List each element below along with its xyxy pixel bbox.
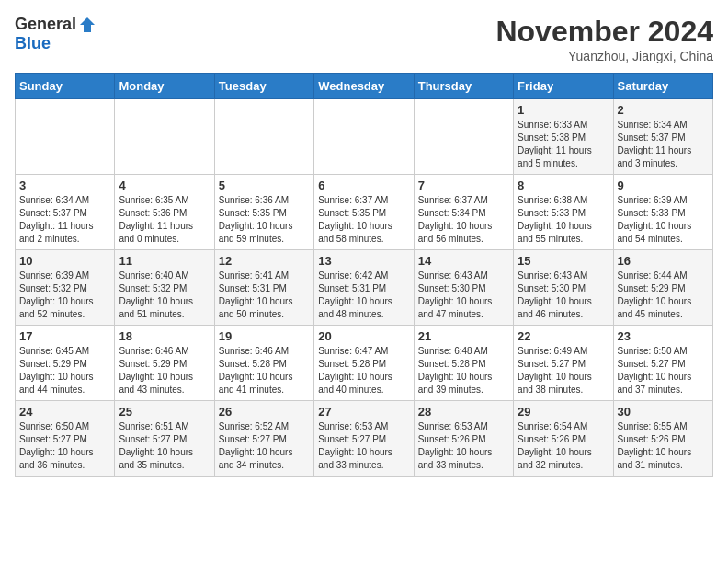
weekday-header: Saturday (613, 74, 712, 99)
day-info: Sunrise: 6:50 AM Sunset: 5:27 PM Dayligh… (618, 345, 709, 396)
day-number: 10 (19, 254, 110, 268)
day-info: Sunrise: 6:48 AM Sunset: 5:28 PM Dayligh… (418, 345, 509, 396)
day-number: 17 (19, 329, 110, 343)
weekday-header: Sunday (16, 74, 115, 99)
day-number: 16 (618, 254, 709, 268)
day-info: Sunrise: 6:55 AM Sunset: 5:26 PM Dayligh… (618, 420, 709, 472)
location-text: Yuanzhou, Jiangxi, China (495, 49, 713, 63)
day-info: Sunrise: 6:52 AM Sunset: 5:27 PM Dayligh… (219, 420, 310, 472)
calendar-cell: 7Sunrise: 6:37 AM Sunset: 5:34 PM Daylig… (414, 175, 513, 250)
calendar-week-row: 3Sunrise: 6:34 AM Sunset: 5:37 PM Daylig… (16, 175, 713, 250)
calendar-cell (314, 99, 414, 175)
day-number: 15 (518, 254, 609, 268)
day-info: Sunrise: 6:53 AM Sunset: 5:26 PM Dayligh… (418, 420, 509, 472)
day-info: Sunrise: 6:41 AM Sunset: 5:31 PM Dayligh… (219, 270, 310, 321)
calendar-cell: 23Sunrise: 6:50 AM Sunset: 5:27 PM Dayli… (613, 326, 712, 401)
day-number: 5 (219, 178, 310, 192)
calendar-week-row: 24Sunrise: 6:50 AM Sunset: 5:27 PM Dayli… (16, 401, 713, 477)
calendar-week-row: 1Sunrise: 6:33 AM Sunset: 5:38 PM Daylig… (16, 99, 713, 175)
day-number: 23 (618, 329, 709, 343)
calendar-cell: 13Sunrise: 6:42 AM Sunset: 5:31 PM Dayli… (314, 250, 414, 326)
calendar-cell: 29Sunrise: 6:54 AM Sunset: 5:26 PM Dayli… (514, 401, 613, 477)
day-info: Sunrise: 6:47 AM Sunset: 5:28 PM Dayligh… (318, 345, 409, 396)
calendar-cell: 1Sunrise: 6:33 AM Sunset: 5:38 PM Daylig… (514, 99, 613, 175)
day-number: 29 (518, 405, 609, 419)
calendar-cell: 27Sunrise: 6:53 AM Sunset: 5:27 PM Dayli… (314, 401, 414, 477)
month-title: November 2024 (495, 15, 713, 49)
logo-icon (78, 16, 97, 34)
calendar-cell: 10Sunrise: 6:39 AM Sunset: 5:32 PM Dayli… (16, 250, 115, 326)
day-info: Sunrise: 6:50 AM Sunset: 5:27 PM Dayligh… (19, 420, 110, 472)
day-number: 25 (119, 405, 210, 419)
calendar-cell: 15Sunrise: 6:43 AM Sunset: 5:30 PM Dayli… (514, 250, 613, 326)
day-info: Sunrise: 6:39 AM Sunset: 5:32 PM Dayligh… (19, 270, 110, 321)
day-info: Sunrise: 6:49 AM Sunset: 5:27 PM Dayligh… (518, 345, 609, 396)
calendar-cell: 6Sunrise: 6:37 AM Sunset: 5:35 PM Daylig… (314, 175, 414, 250)
day-number: 26 (219, 405, 310, 419)
day-info: Sunrise: 6:40 AM Sunset: 5:32 PM Dayligh… (119, 270, 210, 321)
day-number: 6 (318, 178, 409, 192)
calendar-cell: 11Sunrise: 6:40 AM Sunset: 5:32 PM Dayli… (115, 250, 214, 326)
weekday-header: Friday (514, 74, 613, 99)
calendar-cell: 25Sunrise: 6:51 AM Sunset: 5:27 PM Dayli… (115, 401, 214, 477)
day-number: 4 (119, 178, 210, 192)
day-number: 2 (618, 103, 709, 117)
calendar-cell: 16Sunrise: 6:44 AM Sunset: 5:29 PM Dayli… (613, 250, 712, 326)
day-number: 22 (518, 329, 609, 343)
day-info: Sunrise: 6:37 AM Sunset: 5:34 PM Dayligh… (418, 194, 509, 246)
day-number: 9 (618, 178, 709, 192)
calendar-week-row: 17Sunrise: 6:45 AM Sunset: 5:29 PM Dayli… (16, 326, 713, 401)
day-info: Sunrise: 6:45 AM Sunset: 5:29 PM Dayligh… (19, 345, 110, 396)
day-info: Sunrise: 6:37 AM Sunset: 5:35 PM Dayligh… (318, 194, 409, 246)
day-info: Sunrise: 6:54 AM Sunset: 5:26 PM Dayligh… (518, 420, 609, 472)
day-number: 30 (618, 405, 709, 419)
calendar-cell: 4Sunrise: 6:35 AM Sunset: 5:36 PM Daylig… (115, 175, 214, 250)
day-info: Sunrise: 6:38 AM Sunset: 5:33 PM Dayligh… (518, 194, 609, 246)
day-number: 21 (418, 329, 509, 343)
day-info: Sunrise: 6:43 AM Sunset: 5:30 PM Dayligh… (518, 270, 609, 321)
svg-marker-0 (80, 17, 95, 32)
calendar-cell: 14Sunrise: 6:43 AM Sunset: 5:30 PM Dayli… (414, 250, 513, 326)
calendar-cell: 30Sunrise: 6:55 AM Sunset: 5:26 PM Dayli… (613, 401, 712, 477)
weekday-header: Monday (115, 74, 214, 99)
day-number: 18 (119, 329, 210, 343)
calendar-cell (414, 99, 513, 175)
calendar-cell: 21Sunrise: 6:48 AM Sunset: 5:28 PM Dayli… (414, 326, 513, 401)
calendar-week-row: 10Sunrise: 6:39 AM Sunset: 5:32 PM Dayli… (16, 250, 713, 326)
logo-general-text: General (15, 15, 76, 34)
day-info: Sunrise: 6:39 AM Sunset: 5:33 PM Dayligh… (618, 194, 709, 246)
day-number: 8 (518, 178, 609, 192)
calendar-cell (16, 99, 115, 175)
page-header: General Blue November 2024 Yuanzhou, Jia… (15, 15, 713, 63)
weekday-header: Tuesday (214, 74, 313, 99)
day-info: Sunrise: 6:42 AM Sunset: 5:31 PM Dayligh… (318, 270, 409, 321)
calendar-cell: 12Sunrise: 6:41 AM Sunset: 5:31 PM Dayli… (214, 250, 313, 326)
calendar-header-row: SundayMondayTuesdayWednesdayThursdayFrid… (16, 74, 713, 99)
day-number: 19 (219, 329, 310, 343)
day-info: Sunrise: 6:44 AM Sunset: 5:29 PM Dayligh… (618, 270, 709, 321)
day-info: Sunrise: 6:34 AM Sunset: 5:37 PM Dayligh… (618, 119, 709, 170)
day-number: 7 (418, 178, 509, 192)
day-number: 3 (19, 178, 110, 192)
day-number: 24 (19, 405, 110, 419)
calendar-cell (214, 99, 313, 175)
calendar-cell: 28Sunrise: 6:53 AM Sunset: 5:26 PM Dayli… (414, 401, 513, 477)
day-number: 20 (318, 329, 409, 343)
calendar-cell: 24Sunrise: 6:50 AM Sunset: 5:27 PM Dayli… (16, 401, 115, 477)
calendar-cell: 9Sunrise: 6:39 AM Sunset: 5:33 PM Daylig… (613, 175, 712, 250)
calendar-cell: 2Sunrise: 6:34 AM Sunset: 5:37 PM Daylig… (613, 99, 712, 175)
day-number: 12 (219, 254, 310, 268)
title-block: November 2024 Yuanzhou, Jiangxi, China (495, 15, 713, 63)
day-number: 13 (318, 254, 409, 268)
calendar-cell: 19Sunrise: 6:46 AM Sunset: 5:28 PM Dayli… (214, 326, 313, 401)
calendar-cell: 18Sunrise: 6:46 AM Sunset: 5:29 PM Dayli… (115, 326, 214, 401)
day-info: Sunrise: 6:51 AM Sunset: 5:27 PM Dayligh… (119, 420, 210, 472)
calendar-cell: 3Sunrise: 6:34 AM Sunset: 5:37 PM Daylig… (16, 175, 115, 250)
day-info: Sunrise: 6:46 AM Sunset: 5:29 PM Dayligh… (119, 345, 210, 396)
calendar-cell: 26Sunrise: 6:52 AM Sunset: 5:27 PM Dayli… (214, 401, 313, 477)
logo-blue-text: Blue (15, 34, 51, 53)
weekday-header: Wednesday (314, 74, 414, 99)
weekday-header: Thursday (414, 74, 513, 99)
calendar-cell: 8Sunrise: 6:38 AM Sunset: 5:33 PM Daylig… (514, 175, 613, 250)
calendar-cell (115, 99, 214, 175)
